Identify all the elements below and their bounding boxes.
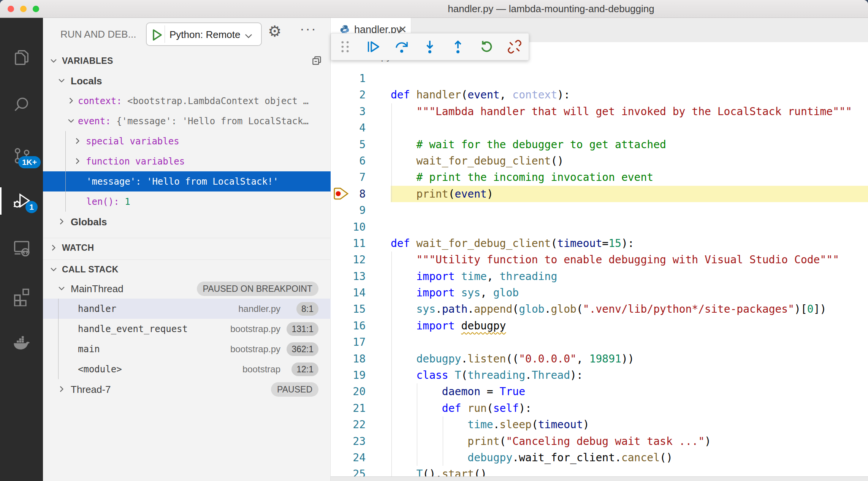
gutter-line-4[interactable]: 4 (331, 120, 391, 136)
gutter-line-1[interactable]: 1 (331, 70, 391, 87)
code-line-21[interactable]: 21 def run(self): (331, 400, 868, 416)
variables-row-len-[interactable]: len(): 1 (43, 191, 331, 212)
gutter-line-9[interactable]: 9 (331, 202, 391, 218)
gutter-line-16[interactable]: 16 (331, 318, 391, 334)
code-content-line-19[interactable]: class T(threading.Thread): (391, 367, 868, 383)
code-content-line-6[interactable]: wait_for_debug_client() (391, 153, 868, 169)
gutter-line-18[interactable]: 18 (331, 351, 391, 367)
variables-row-globals[interactable]: Globals (43, 212, 331, 232)
code-content-line-23[interactable]: print("Canceling debug wait task ...") (391, 433, 868, 449)
chevron-right-icon[interactable] (57, 385, 66, 395)
gutter-line-19[interactable]: 19 (331, 367, 391, 383)
activity-explorer-icon[interactable] (0, 41, 43, 74)
variables-row-function-variables[interactable]: function variables (43, 151, 331, 171)
chevron-right-icon[interactable] (73, 137, 82, 147)
code-content-line-3[interactable]: """Lambda handler that will get invoked … (391, 103, 868, 120)
code-line-9[interactable]: 9 (331, 202, 868, 218)
close-window-button[interactable] (8, 6, 14, 12)
code-line-10[interactable]: 10 (331, 219, 868, 235)
gutter-line-7[interactable]: 7 (331, 169, 391, 185)
variables-section-header[interactable]: VARIABLES (43, 51, 331, 71)
gutter-line-2[interactable]: 2 (331, 87, 391, 103)
gutter-line-11[interactable]: 11 (331, 235, 391, 252)
call-stack-row-handler[interactable]: handler8:1handler.py (43, 299, 331, 319)
call-stack-row-handle-event-request[interactable]: handle_event_request131:1bootstrap.py (43, 319, 331, 339)
code-content-line-12[interactable]: """Utility function to enable debugging … (391, 252, 868, 268)
code-content-line-9[interactable] (391, 202, 868, 218)
code-line-4[interactable]: 4 (331, 120, 868, 136)
code-line-12[interactable]: 12 """Utility function to enable debuggi… (331, 252, 868, 268)
gear-icon[interactable]: ⚙ (268, 22, 282, 40)
chevron-right-icon[interactable] (57, 217, 66, 227)
maximize-window-button[interactable] (33, 6, 39, 12)
code-content-line-21[interactable]: def run(self): (391, 400, 868, 416)
chevron-down-icon[interactable] (49, 57, 58, 66)
disconnect-icon[interactable] (506, 38, 523, 55)
step-over-icon[interactable] (393, 38, 410, 55)
code-content-line-4[interactable] (391, 120, 868, 136)
code-content-line-17[interactable] (391, 334, 868, 350)
activity-search-icon[interactable] (0, 89, 43, 121)
code-line-8[interactable]: 8 print(event) (331, 186, 868, 202)
chevron-down-icon[interactable] (57, 284, 66, 294)
gutter-line-17[interactable]: 17 (331, 334, 391, 350)
call-stack-row-main[interactable]: main362:1bootstrap.py (43, 339, 331, 359)
code-content-line-14[interactable]: import sys, glob (391, 285, 868, 301)
code-line-23[interactable]: 23 print("Canceling debug wait task ..."… (331, 433, 868, 449)
code-line-14[interactable]: 14 import sys, glob (331, 285, 868, 301)
code-content-line-5[interactable]: # wait for the debugger to get attached (391, 136, 868, 153)
code-content-line-1[interactable] (391, 70, 868, 87)
code-line-24[interactable]: 24 debugpy.wait_for_client.cancel() (331, 449, 868, 466)
code-content-line-16[interactable]: import debugpy (391, 318, 868, 334)
watch-section-header[interactable]: WATCH (43, 238, 331, 258)
gutter-line-21[interactable]: 21 (331, 400, 391, 416)
chevron-right-icon[interactable] (67, 97, 75, 106)
chevron-right-icon[interactable] (73, 157, 82, 167)
variables-row-locals[interactable]: Locals (43, 71, 331, 91)
code-line-22[interactable]: 22 time.sleep(timeout) (331, 416, 868, 433)
gutter-line-10[interactable]: 10 (331, 219, 391, 235)
horizontal-scrollbar[interactable] (331, 476, 868, 481)
code-content-line-7[interactable]: # print the incoming invocation event (391, 169, 868, 185)
minimize-window-button[interactable] (20, 6, 27, 12)
code-line-15[interactable]: 15 sys.path.append(glob.glob(".venv/lib/… (331, 301, 868, 317)
gutter-line-22[interactable]: 22 (331, 416, 391, 433)
chevron-down-icon[interactable] (57, 76, 66, 86)
breakpoint-current-line-icon[interactable] (333, 188, 350, 200)
variables-row-special-variables[interactable]: special variables (43, 131, 331, 151)
code-line-18[interactable]: 18 debugpy.listen(("0.0.0.0", 19891)) (331, 351, 868, 367)
activity-source-control-icon[interactable]: 1K+ (0, 139, 43, 172)
gutter-line-20[interactable]: 20 (331, 383, 391, 400)
activity-extensions-icon[interactable] (0, 280, 43, 313)
code-content-line-24[interactable]: debugpy.wait_for_client.cancel() (391, 449, 868, 466)
chevron-down-icon[interactable] (67, 117, 75, 127)
gutter-line-24[interactable]: 24 (331, 449, 391, 466)
step-into-icon[interactable] (421, 38, 439, 55)
gutter-line-8[interactable]: 8 (331, 186, 391, 202)
gutter-line-5[interactable]: 5 (331, 136, 391, 153)
start-debug-icon[interactable] (151, 28, 163, 41)
chevron-down-icon[interactable] (49, 265, 58, 275)
call-stack-section-header[interactable]: CALL STACK (43, 260, 331, 279)
continue-icon[interactable] (364, 38, 382, 55)
drag-grip-icon[interactable] (336, 38, 354, 55)
code-line-11[interactable]: 11def wait_for_debug_client(timeout=15): (331, 235, 868, 252)
more-actions-icon[interactable]: ··· (300, 21, 317, 37)
gutter-line-23[interactable]: 23 (331, 433, 391, 449)
code-content-line-22[interactable]: time.sleep(timeout) (391, 416, 868, 433)
variables-row--message-hello-from-localstack-[interactable]: 'message': 'Hello from LocalStack!' (43, 171, 331, 191)
chevron-right-icon[interactable] (49, 244, 58, 253)
restart-icon[interactable] (478, 38, 495, 55)
code-content-line-13[interactable]: import time, threading (391, 268, 868, 285)
code-line-7[interactable]: 7 # print the incoming invocation event (331, 169, 868, 185)
code-line-1[interactable]: 1 (331, 70, 868, 87)
code-line-5[interactable]: 5 # wait for the debugger to get attache… (331, 136, 868, 153)
code-line-16[interactable]: 16 import debugpy (331, 318, 868, 334)
variables-row-context-[interactable]: context: <bootstrap.LambdaContext object… (43, 91, 331, 111)
chevron-down-icon[interactable] (244, 31, 253, 41)
code-content-line-15[interactable]: sys.path.append(glob.glob(".venv/lib/pyt… (391, 301, 868, 317)
gutter-line-6[interactable]: 6 (331, 153, 391, 169)
code-line-13[interactable]: 13 import time, threading (331, 268, 868, 285)
code-content-line-2[interactable]: def handler(event, context): (391, 87, 868, 103)
call-stack-row-mainthread[interactable]: MainThreadPAUSED ON BREAKPOINT (43, 278, 331, 299)
